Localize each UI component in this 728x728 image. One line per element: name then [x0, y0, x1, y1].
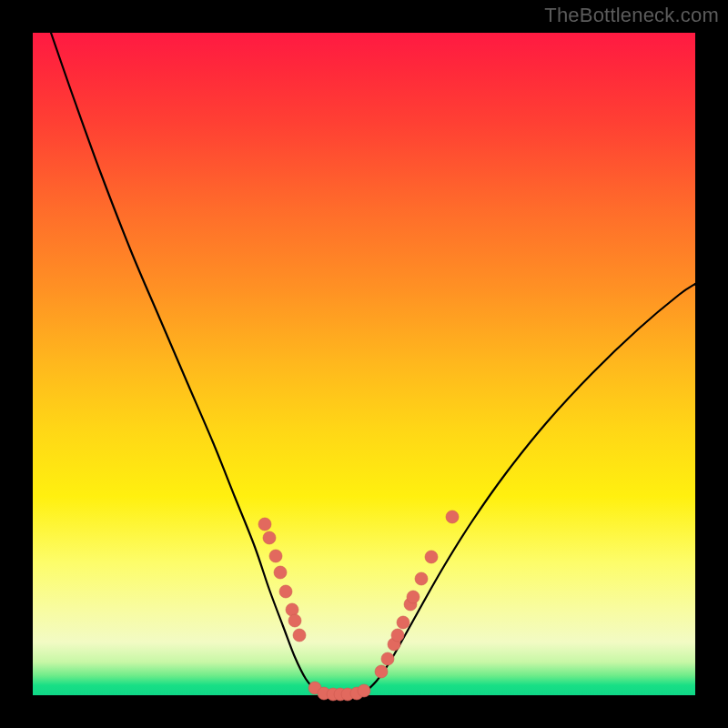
data-point: [415, 572, 428, 585]
data-point: [358, 684, 370, 697]
curve-right: [366, 284, 695, 692]
data-point: [391, 629, 404, 642]
data-point: [286, 603, 298, 616]
marker-group: [258, 511, 459, 701]
data-point: [288, 614, 301, 627]
data-point: [397, 616, 410, 629]
watermark: TheBottleneck.com: [544, 4, 719, 27]
chart-frame: TheBottleneck.com: [0, 0, 728, 728]
data-point: [446, 511, 459, 523]
data-point: [263, 531, 276, 544]
data-point: [407, 591, 420, 603]
curve-left: [51, 33, 315, 690]
data-point: [269, 550, 282, 562]
data-point: [258, 518, 271, 531]
data-point: [425, 551, 438, 563]
data-point: [381, 652, 394, 665]
data-point: [279, 585, 292, 598]
data-point: [375, 665, 388, 678]
chart-svg: [33, 33, 695, 695]
data-point: [293, 629, 306, 642]
plot-area: [33, 33, 695, 695]
data-point: [274, 566, 287, 579]
